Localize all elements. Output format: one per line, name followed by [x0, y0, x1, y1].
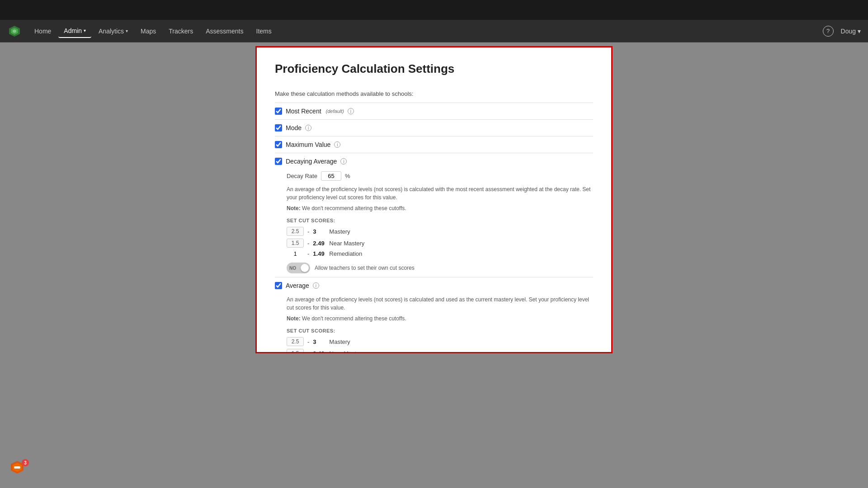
most-recent-info-icon[interactable]: i: [348, 108, 354, 114]
nav-admin[interactable]: Admin ▾: [58, 24, 91, 38]
notification-badge[interactable]: 3: [9, 459, 29, 479]
cut-score-row-mastery-avg: - 3 Mastery: [287, 337, 593, 346]
decay-rate-label: Decay Rate: [287, 173, 317, 179]
most-recent-checkbox[interactable]: [275, 108, 282, 115]
maximum-value-info-icon[interactable]: i: [334, 141, 340, 148]
decay-rate-input[interactable]: [321, 171, 341, 181]
average-checkbox[interactable]: [275, 282, 282, 289]
decaying-average-row: Decaying Average i: [275, 153, 593, 169]
nav-assessments[interactable]: Assessments: [200, 25, 249, 38]
nav-items: Home Admin ▾ Analytics ▾ Maps Trackers A…: [29, 24, 823, 38]
decaying-average-description: An average of the proficiency levels (no…: [287, 185, 593, 202]
teacher-toggle-da[interactable]: NO: [287, 263, 310, 273]
cut-score-static-min-da: 1: [287, 251, 304, 257]
average-cut-scores: SET CUT SCORES: - 3 Mastery - 2.49 Near …: [287, 328, 593, 353]
decaying-average-subsection: Decay Rate % An average of the proficien…: [287, 171, 593, 273]
nav-maps[interactable]: Maps: [135, 25, 161, 38]
analytics-chevron-icon: ▾: [126, 28, 128, 33]
decaying-average-note: Note: We don't recommend altering these …: [287, 204, 593, 212]
svg-rect-5: [14, 466, 20, 469]
mode-label: Mode: [286, 124, 302, 131]
average-label: Average: [286, 282, 309, 289]
cut-score-row-remediation-da: 1 - 1.49 Remediation: [287, 250, 593, 257]
decaying-average-label: Decaying Average: [286, 158, 337, 165]
nav-analytics[interactable]: Analytics ▾: [93, 25, 133, 38]
nav-right: ? Doug ▾: [823, 26, 861, 37]
most-recent-row: Most Recent (default) i: [275, 103, 593, 119]
section-description: Make these calculation methods available…: [275, 90, 593, 97]
cut-score-row-near-mastery-avg: - 2.49 Near Mastery: [287, 349, 593, 353]
settings-panel: Proficiency Calculation Settings Make th…: [255, 46, 613, 353]
mode-checkbox[interactable]: [275, 124, 282, 131]
cut-score-min-near-mastery-da[interactable]: [287, 239, 304, 248]
toggle-no-label-da: NO: [289, 266, 296, 271]
page-title: Proficiency Calculation Settings: [275, 62, 593, 76]
cut-score-min-near-mastery-avg[interactable]: [287, 349, 304, 353]
nav-home[interactable]: Home: [29, 25, 57, 38]
mode-row: Mode i: [275, 120, 593, 136]
nav-items[interactable]: Items: [251, 25, 277, 38]
mode-info-icon[interactable]: i: [305, 125, 311, 131]
teacher-toggle-da-label: Allow teachers to set their own cut scor…: [315, 265, 415, 271]
toggle-knob-da: [301, 264, 309, 272]
average-info-icon[interactable]: i: [313, 282, 319, 289]
top-bar: [0, 0, 868, 20]
cut-score-min-mastery-avg[interactable]: [287, 337, 304, 346]
decaying-average-info-icon[interactable]: i: [340, 158, 347, 164]
app-logo[interactable]: [7, 24, 22, 38]
admin-chevron-icon: ▾: [84, 28, 86, 33]
maximum-value-row: Maximum Value i: [275, 136, 593, 153]
average-row: Average i: [275, 277, 593, 294]
maximum-value-checkbox[interactable]: [275, 141, 282, 148]
most-recent-tag: (default): [326, 108, 344, 114]
nav-trackers[interactable]: Trackers: [163, 25, 198, 38]
average-subsection: An average of the proficiency levels (no…: [287, 296, 593, 353]
help-icon[interactable]: ?: [823, 26, 834, 37]
cut-scores-heading: SET CUT SCORES:: [287, 218, 593, 223]
average-cut-scores-heading: SET CUT SCORES:: [287, 328, 593, 333]
cut-score-row-near-mastery-da: - 2.49 Near Mastery: [287, 239, 593, 248]
decaying-average-checkbox[interactable]: [275, 158, 282, 165]
cut-score-row-mastery-da: - 3 Mastery: [287, 227, 593, 236]
decay-rate-row: Decay Rate %: [287, 171, 593, 181]
decaying-average-cut-scores: SET CUT SCORES: - 3 Mastery - 2.49 Near …: [287, 218, 593, 257]
most-recent-label: Most Recent: [286, 108, 321, 115]
bottom-icons: 3: [9, 459, 29, 479]
decay-percent-label: %: [345, 173, 350, 179]
average-note: Note: We don't recommend altering these …: [287, 314, 593, 323]
navbar: Home Admin ▾ Analytics ▾ Maps Trackers A…: [0, 20, 868, 42]
teacher-toggle-da-row: NO Allow teachers to set their own cut s…: [287, 263, 593, 273]
average-description: An average of the proficiency levels (no…: [287, 296, 593, 312]
cut-score-min-mastery-da[interactable]: [287, 227, 304, 236]
maximum-value-label: Maximum Value: [286, 141, 330, 148]
user-chevron-icon: ▾: [858, 28, 861, 35]
badge-count: 3: [22, 459, 29, 466]
main-content: Proficiency Calculation Settings Make th…: [0, 42, 868, 488]
user-menu[interactable]: Doug ▾: [841, 28, 861, 35]
